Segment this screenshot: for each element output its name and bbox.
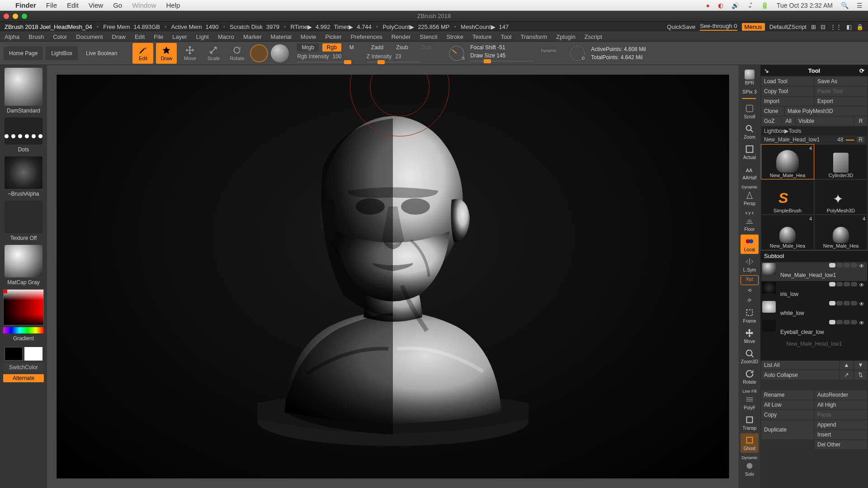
zcut-button[interactable]: Zcut xyxy=(416,43,436,52)
switchcolor-button[interactable]: SwitchColor xyxy=(3,363,44,371)
rgb-intensity-slider[interactable] xyxy=(297,61,351,63)
menu-document[interactable]: Document xyxy=(76,33,103,40)
menu-preferences[interactable]: Preferences xyxy=(351,33,382,40)
export-button[interactable]: Export xyxy=(815,97,867,106)
tool-thumb[interactable]: 4New_Male_Hea xyxy=(761,215,814,249)
mrgb-button[interactable]: Mrgb xyxy=(297,43,318,52)
autoreorder-button[interactable]: AutoReorder xyxy=(815,390,867,399)
alternate-button[interactable]: Alternate xyxy=(3,374,44,382)
all-low-button[interactable]: All Low xyxy=(761,400,814,409)
bpr-button[interactable]: BPR xyxy=(741,68,759,87)
menu-texture[interactable]: Texture xyxy=(472,33,492,40)
drawsize-gauge[interactable]: D ActivePoints: 4.608 Mil TotalPoints: 4… xyxy=(568,44,646,62)
secondary-color-swatch[interactable] xyxy=(24,347,42,361)
tool-thumb[interactable]: SSimpleBrush xyxy=(761,180,814,214)
insert-button[interactable]: Insert xyxy=(815,430,867,439)
eye-icon[interactable]: 👁 xyxy=(859,320,866,326)
menu-stencil[interactable]: Stencil xyxy=(420,33,437,40)
append-button[interactable]: Append xyxy=(815,420,867,429)
current-tool-row[interactable]: New_Male_Head_low1 48 R xyxy=(761,136,867,144)
stroke-thumbnail[interactable] xyxy=(5,117,42,145)
menu-draw[interactable]: Draw xyxy=(112,33,126,40)
persp-button[interactable]: DynamicPersp xyxy=(741,183,759,208)
load-tool-button[interactable]: Load Tool xyxy=(761,77,814,86)
list-all-button[interactable]: List All xyxy=(761,361,839,370)
goz-visible-button[interactable]: Visible xyxy=(796,117,854,126)
layout-icon[interactable]: ⊞ xyxy=(811,23,816,30)
zsub-button[interactable]: Zsub xyxy=(392,43,413,52)
gradient-label[interactable]: Gradient xyxy=(13,335,34,342)
lock-icon[interactable]: 🔒 xyxy=(856,23,863,30)
subtool-item[interactable]: 👁 New_Male_Head_low1 xyxy=(761,262,867,281)
menu-light[interactable]: Light xyxy=(196,33,209,40)
tool-thumb[interactable]: 4New_Male_Hea xyxy=(815,215,867,249)
solo-button[interactable]: DynamicSolo xyxy=(741,454,759,479)
maximize-icon[interactable] xyxy=(22,14,27,19)
zoom-button[interactable]: Zoom xyxy=(741,122,759,141)
brush-thumbnail[interactable] xyxy=(5,68,42,106)
home-button[interactable]: Home Page xyxy=(4,47,43,60)
menu-brush[interactable]: Brush xyxy=(28,33,44,40)
move-up-button[interactable]: ▲ xyxy=(840,361,853,370)
draw-mode-button[interactable]: Draw xyxy=(156,43,177,64)
import-button[interactable]: Import xyxy=(761,97,814,106)
mac-menu-edit[interactable]: Edit xyxy=(67,1,79,9)
viewport[interactable] xyxy=(56,74,730,479)
menu-stroke[interactable]: Stroke xyxy=(446,33,463,40)
texture-thumbnail[interactable] xyxy=(5,201,42,233)
make-polymesh-button[interactable]: Make PolyMesh3D xyxy=(785,107,867,116)
menu-icon[interactable]: ☰ xyxy=(857,2,863,9)
frame-button[interactable]: Frame xyxy=(741,306,759,325)
subtool-item[interactable]: 👁 Eyeball_clear_low xyxy=(761,319,867,338)
copy-tool-button[interactable]: Copy Tool xyxy=(761,87,814,96)
scale-mode-button[interactable]: Scale xyxy=(203,43,224,64)
paste-tool-button[interactable]: Paste Tool xyxy=(815,87,867,96)
move-down-button[interactable]: ▼ xyxy=(854,361,867,370)
search-icon[interactable]: 🔍 xyxy=(841,2,849,9)
rotate-button[interactable]: Rotate xyxy=(741,367,759,386)
subtool-header[interactable]: Subtool xyxy=(760,250,868,261)
xyz-button[interactable]: Xyz xyxy=(741,275,759,285)
menu-render[interactable]: Render xyxy=(392,33,411,40)
rot-y-button[interactable]: ⟲ xyxy=(741,286,759,295)
window-controls[interactable] xyxy=(4,14,27,19)
subtool-item[interactable]: 👁 white_low xyxy=(761,300,867,319)
menu-layer[interactable]: Layer xyxy=(172,33,187,40)
clone-button[interactable]: Clone xyxy=(761,107,784,116)
all-high-button[interactable]: All High xyxy=(815,400,867,409)
tool-thumb[interactable]: 4New_Male_Hea xyxy=(761,145,814,179)
color-picker[interactable] xyxy=(3,289,44,325)
edit-mode-button[interactable]: Edit xyxy=(132,43,153,64)
default-script[interactable]: DefaultZScript xyxy=(769,23,807,30)
menu-movie[interactable]: Movie xyxy=(301,33,316,40)
auto-collapse-button[interactable]: Auto Collapse xyxy=(761,371,839,380)
local-button[interactable]: Local xyxy=(741,235,759,254)
eye-icon[interactable]: 👁 xyxy=(859,282,866,288)
mac-menu-view[interactable]: View xyxy=(89,1,103,9)
arrow-icon[interactable]: ↘ xyxy=(764,67,769,74)
menu-marker[interactable]: Marker xyxy=(243,33,261,40)
rgb-button[interactable]: Rgb xyxy=(322,43,341,52)
minimize-icon[interactable] xyxy=(13,14,18,19)
layout-icon[interactable]: ⊟ xyxy=(821,23,826,30)
spix-slider[interactable]: SPix 3 xyxy=(742,89,757,100)
subtool-paste-button[interactable]: Paste xyxy=(815,410,867,419)
save-as-button[interactable]: Save As xyxy=(815,77,867,86)
rgb-intensity-value[interactable]: 100 xyxy=(333,53,342,60)
menu-picker[interactable]: Picker xyxy=(326,33,342,40)
hue-slider[interactable] xyxy=(3,327,44,333)
z-intensity-slider[interactable] xyxy=(367,61,421,63)
r-button[interactable]: R xyxy=(857,136,864,143)
collapse-icon[interactable]: ⟳ xyxy=(859,67,864,74)
goz-r-button[interactable]: R xyxy=(854,117,867,126)
mac-menu-window[interactable]: Window xyxy=(132,1,156,9)
menu-file[interactable]: File xyxy=(154,33,163,40)
z-intensity-value[interactable]: 23 xyxy=(395,53,401,60)
wifi-icon[interactable]: ⌄̂ xyxy=(747,2,753,9)
tool-thumb[interactable]: Cylinder3D xyxy=(815,145,867,179)
menus-button[interactable]: Menus xyxy=(742,23,765,31)
zoom3d-button[interactable]: Zoom3D xyxy=(741,347,759,366)
layout-icon[interactable]: ◧ xyxy=(846,23,852,30)
menu-zscript[interactable]: Zscript xyxy=(585,33,602,40)
zadd-button[interactable]: Zadd xyxy=(367,43,388,52)
